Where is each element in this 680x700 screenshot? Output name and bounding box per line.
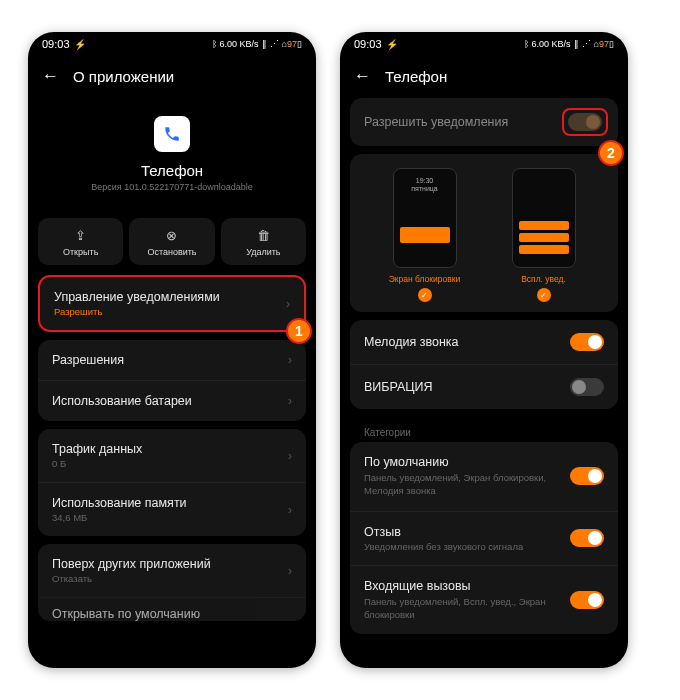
net-speed: 6.00 KB/s — [532, 39, 571, 49]
bolt-icon: ⚡ — [386, 39, 398, 50]
default-open-row[interactable]: Открывать по умолчанию — [38, 597, 306, 621]
allow-toggle[interactable] — [568, 113, 602, 131]
memory-row[interactable]: Использование памяти 34,6 МБ › — [38, 482, 306, 536]
ontop-row[interactable]: Поверх других приложений Отказать › — [38, 544, 306, 597]
chevron-right-icon: › — [288, 353, 292, 367]
categories-card: По умолчанию Панель уведомлений, Экран б… — [350, 442, 618, 634]
popup-preview[interactable]: Вспл. увед. ✓ — [489, 168, 598, 302]
cat-incoming-toggle[interactable] — [570, 591, 604, 609]
notification-mgmt-card: Управление уведомлениями Разрешить › — [38, 275, 306, 332]
ringtone-toggle[interactable] — [570, 333, 604, 351]
signal-icon: ‖ — [574, 39, 579, 49]
app-name: Телефон — [38, 162, 306, 179]
wifi-icon: ⋰ — [582, 39, 591, 49]
clock: 09:03 — [354, 38, 382, 50]
chevron-right-icon: › — [286, 297, 290, 311]
perm-card: Разрешения › Использование батареи › — [38, 340, 306, 421]
bolt-icon: ⚡ — [74, 39, 86, 50]
delete-button[interactable]: 🗑 Удалить — [221, 218, 306, 265]
categories-label: Категории — [350, 417, 618, 442]
status-bar: 09:03 ⚡ ᛒ 6.00 KB/s ‖ ⋰ ⌂97▯ — [28, 32, 316, 56]
notification-mgmt-row[interactable]: Управление уведомлениями Разрешить › — [40, 277, 304, 330]
ringtone-row[interactable]: Мелодия звонка — [350, 320, 618, 364]
bluetooth-icon: ᛒ — [212, 39, 217, 49]
phone-left: 09:03 ⚡ ᛒ 6.00 KB/s ‖ ⋰ ⌂97▯ ← О приложе… — [28, 32, 316, 668]
annotation-badge-1: 1 — [286, 318, 312, 344]
chevron-right-icon: › — [288, 449, 292, 463]
preview-card: 19:30пятница Экран блокировки ✓ Вспл. ув… — [350, 154, 618, 312]
cat-review-toggle[interactable] — [570, 529, 604, 547]
app-hero: Телефон Версия 101.0.522170771-downloada… — [38, 98, 306, 206]
clock: 09:03 — [42, 38, 70, 50]
phone-right: 09:03 ⚡ ᛒ 6.00 KB/s ‖ ⋰ ⌂97▯ ← Телефон Р… — [340, 32, 628, 668]
phone-app-icon — [154, 116, 190, 152]
app-header: ← О приложении — [28, 56, 316, 98]
header-title: О приложении — [73, 68, 174, 85]
sound-card: Мелодия звонка ВИБРАЦИЯ — [350, 320, 618, 409]
trash-icon: 🗑 — [225, 228, 302, 243]
check-icon: ✓ — [537, 288, 551, 302]
bluetooth-icon: ᛒ — [524, 39, 529, 49]
allow-notifications-row[interactable]: Разрешить уведомления — [350, 98, 618, 146]
cat-default-row[interactable]: По умолчанию Панель уведомлений, Экран б… — [350, 442, 618, 511]
back-icon[interactable]: ← — [354, 66, 371, 86]
battery-label: ⌂97▯ — [594, 39, 614, 49]
data-card: Трафик данных 0 Б › Использование памяти… — [38, 429, 306, 536]
ontop-card: Поверх других приложений Отказать › Откр… — [38, 544, 306, 621]
cat-review-row[interactable]: Отзыв Уведомления без звукового сигнала — [350, 511, 618, 565]
annotation-badge-2: 2 — [598, 140, 624, 166]
lockscreen-preview[interactable]: 19:30пятница Экран блокировки ✓ — [370, 168, 479, 302]
traffic-row[interactable]: Трафик данных 0 Б › — [38, 429, 306, 482]
vibration-row[interactable]: ВИБРАЦИЯ — [350, 364, 618, 409]
battery-usage-row[interactable]: Использование батареи › — [38, 380, 306, 421]
allow-card: Разрешить уведомления — [350, 98, 618, 146]
app-version: Версия 101.0.522170771-downloadable — [38, 182, 306, 192]
open-button[interactable]: ⇪ Открыть — [38, 218, 123, 265]
stop-button[interactable]: ⊗ Остановить — [129, 218, 214, 265]
cat-incoming-row[interactable]: Входящие вызовы Панель уведомлений, Вспл… — [350, 565, 618, 635]
header-title: Телефон — [385, 68, 447, 85]
chevron-right-icon: › — [288, 503, 292, 517]
cat-default-toggle[interactable] — [570, 467, 604, 485]
net-speed: 6.00 KB/s — [220, 39, 259, 49]
allow-toggle-highlight — [562, 108, 608, 136]
vibration-toggle[interactable] — [570, 378, 604, 396]
share-icon: ⇪ — [42, 228, 119, 243]
battery-label: ⌂97▯ — [282, 39, 302, 49]
app-header: ← Телефон — [340, 56, 628, 98]
chevron-right-icon: › — [288, 564, 292, 578]
content-area: Разрешить уведомления 19:30пятница Экран… — [340, 98, 628, 668]
status-bar: 09:03 ⚡ ᛒ 6.00 KB/s ‖ ⋰ ⌂97▯ — [340, 32, 628, 56]
back-icon[interactable]: ← — [42, 66, 59, 86]
stop-icon: ⊗ — [133, 228, 210, 243]
chevron-right-icon: › — [288, 394, 292, 408]
signal-icon: ‖ — [262, 39, 267, 49]
content-area: Телефон Версия 101.0.522170771-downloada… — [28, 98, 316, 668]
wifi-icon: ⋰ — [270, 39, 279, 49]
permissions-row[interactable]: Разрешения › — [38, 340, 306, 380]
check-icon: ✓ — [418, 288, 432, 302]
action-row: ⇪ Открыть ⊗ Остановить 🗑 Удалить — [38, 218, 306, 265]
